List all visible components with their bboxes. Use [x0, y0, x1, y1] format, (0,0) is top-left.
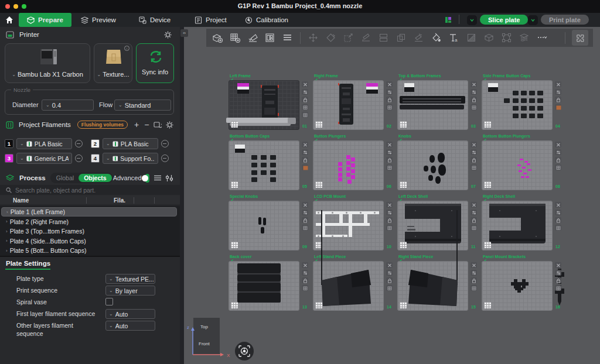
plate-grid-icon[interactable]	[386, 285, 393, 291]
flow-select[interactable]: ⌄Standard	[114, 99, 171, 111]
tab-calibration[interactable]: Calibration	[245, 13, 289, 27]
plate-grid-icon[interactable]	[555, 285, 561, 291]
tab-project[interactable]: Project	[195, 13, 232, 27]
plate-grid-icon[interactable]	[400, 121, 407, 128]
plate-adjust-icon[interactable]	[302, 270, 308, 276]
plate-grid-icon[interactable]	[231, 302, 238, 308]
auto-orient-icon[interactable]	[246, 32, 258, 44]
lay-flat-icon[interactable]	[360, 32, 372, 44]
plate-grid-icon[interactable]	[400, 242, 407, 248]
expand-caret-icon[interactable]: ›	[6, 248, 8, 253]
plate-grid-icon[interactable]	[484, 181, 491, 188]
plate-grid-icon[interactable]	[471, 104, 477, 110]
plate-adjust-icon[interactable]	[471, 270, 477, 276]
filament-number[interactable]: 3	[5, 154, 13, 163]
plate-close-icon[interactable]	[302, 262, 308, 268]
plate-grid-icon[interactable]	[302, 225, 308, 231]
plate-lock-icon[interactable]	[555, 157, 561, 163]
plate-list-row[interactable]: ›Plate 4 (Side...Button Caps)	[1, 236, 177, 246]
plate-grid-icon[interactable]	[471, 164, 477, 170]
mesh-cube-icon[interactable]	[483, 32, 495, 44]
slice-options-dropdown[interactable]	[467, 15, 477, 25]
plate-lock-icon[interactable]	[555, 97, 561, 102]
clone-icon[interactable]	[395, 32, 407, 44]
expand-caret-icon[interactable]: ›	[6, 229, 8, 234]
plate-close-icon[interactable]	[555, 262, 561, 268]
filament-number[interactable]: 4	[91, 154, 100, 163]
plate-adjust-icon[interactable]	[555, 149, 561, 155]
expand-caret-icon[interactable]: ›	[6, 219, 8, 224]
printer-model-card[interactable]: ⌄Bambu Lab X1 Carbon	[5, 43, 90, 83]
plate-lock-icon[interactable]	[302, 217, 308, 223]
print-plate-button[interactable]: Print plate	[541, 15, 589, 25]
plate-adjust-icon[interactable]	[555, 210, 561, 215]
plate-thumbnail-12[interactable]: 12	[482, 201, 553, 250]
filament-sync-icon[interactable]	[154, 121, 162, 128]
plate-grid-icon[interactable]	[302, 104, 308, 110]
plate-adjust-icon[interactable]	[471, 210, 477, 215]
pattern-icon[interactable]	[465, 32, 478, 44]
delete-filament-icon[interactable]	[75, 140, 83, 147]
split-icon[interactable]	[377, 32, 390, 44]
plate-list-row[interactable]: ›Plate 2 (Right Frame)	[1, 217, 177, 226]
plate-adjust-icon[interactable]	[302, 89, 308, 95]
search-input[interactable]: Search plate, object and part.	[0, 185, 180, 195]
plate-grid-icon[interactable]	[484, 121, 491, 128]
plate-grid-icon[interactable]	[471, 225, 477, 231]
plate-close-icon[interactable]	[386, 202, 393, 208]
add-filament-button[interactable]: +	[134, 120, 139, 129]
plate-lock-icon[interactable]	[386, 97, 393, 102]
plate-thumbnail-09[interactable]: 09	[229, 201, 299, 250]
plate-grid-icon[interactable]	[386, 225, 393, 231]
plate-close-icon[interactable]	[386, 262, 393, 268]
plate-thumbnail-06[interactable]: 06	[313, 140, 384, 190]
tab-prepare[interactable]: Prepare	[19, 13, 71, 27]
plate-lock-icon[interactable]	[471, 157, 477, 163]
delete-filament-icon[interactable]	[161, 154, 169, 162]
sync-info-card[interactable]: Sync info	[136, 43, 174, 83]
scale-icon[interactable]	[342, 32, 354, 44]
filament-select[interactable]: ⌄Support Fo...	[103, 153, 158, 164]
rotate-icon[interactable]	[325, 32, 337, 44]
plate-close-icon[interactable]	[302, 142, 308, 147]
plate-lock-icon[interactable]	[555, 217, 561, 223]
add-plate-icon[interactable]	[229, 32, 241, 44]
viewport[interactable]: ‹› a Left Frame 01Right Frame 02Top & Bo…	[180, 27, 600, 364]
plate-lock-icon[interactable]	[386, 157, 393, 163]
print-options-dropdown[interactable]	[528, 15, 538, 25]
expand-caret-icon[interactable]: ›	[6, 238, 8, 243]
plate-grid-icon[interactable]	[302, 112, 308, 118]
plate-adjust-icon[interactable]	[302, 210, 308, 215]
layers-icon[interactable]	[518, 32, 530, 44]
tab-preview[interactable]: Preview	[81, 13, 123, 27]
process-tune-icon[interactable]	[166, 175, 173, 181]
plate-adjust-icon[interactable]	[555, 89, 561, 95]
process-objects-tab[interactable]: Objects	[79, 174, 112, 182]
plate-close-icon[interactable]	[471, 81, 477, 87]
delete-filament-icon[interactable]	[161, 140, 169, 147]
text-icon[interactable]: a	[448, 32, 460, 44]
remove-filament-button[interactable]: −	[144, 120, 149, 129]
plate-grid-icon[interactable]	[471, 285, 477, 291]
more-icon[interactable]	[536, 32, 548, 44]
plate-close-icon[interactable]	[302, 81, 308, 87]
objects-table-icon[interactable]	[444, 15, 452, 25]
setting-select[interactable]: ⌄By layer	[105, 286, 155, 296]
plate-thumbnail-05[interactable]: 05	[229, 140, 299, 190]
filament-settings-gear-icon[interactable]	[166, 121, 173, 129]
plate-grid-icon[interactable]	[315, 302, 322, 308]
plate-grid-icon[interactable]	[555, 225, 561, 231]
plate-adjust-icon[interactable]	[302, 149, 308, 155]
spiral-vase-checkbox[interactable]	[105, 298, 113, 305]
tab-device[interactable]: Device	[139, 13, 178, 27]
plate-grid-icon[interactable]	[386, 104, 393, 110]
plate-close-icon[interactable]	[471, 262, 477, 268]
plate-orange-icon[interactable]	[555, 104, 561, 110]
plate-lock-icon[interactable]	[471, 217, 477, 223]
filament-select[interactable]: ⌄Generic PLA	[16, 153, 72, 164]
frame-icon[interactable]	[500, 32, 513, 44]
orbit-control-button[interactable]	[235, 342, 254, 360]
arrange-icon[interactable]	[264, 32, 276, 44]
paint-icon[interactable]	[430, 32, 442, 44]
flushing-volumes-button[interactable]: Flushing volumes	[77, 121, 128, 129]
